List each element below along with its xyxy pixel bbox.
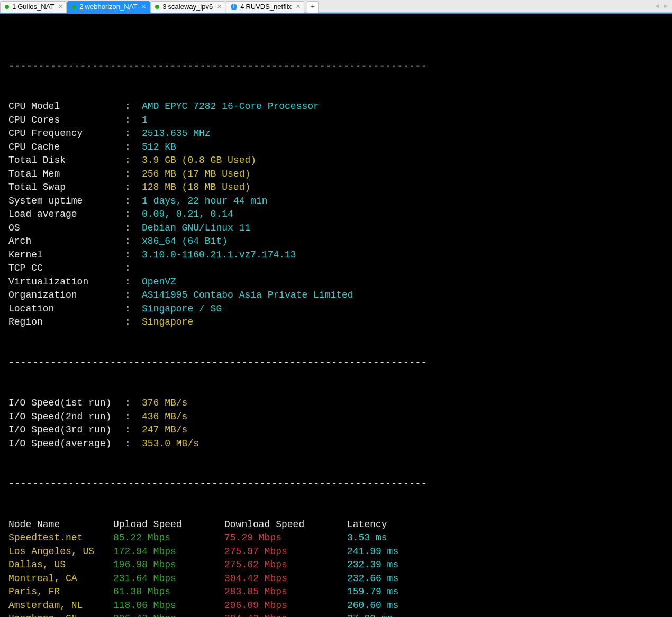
speed-row: Hongkong, CN296.43 Mbps384.43 Mbps37.09 … [8, 612, 665, 617]
colon: : [125, 397, 142, 410]
tab-label: webhorizon_NAT [85, 0, 138, 14]
download-speed: 283.85 Mbps [224, 585, 347, 599]
speed-row: Node NameUpload SpeedDownload SpeedLaten… [8, 518, 665, 532]
info-value: 1 [142, 114, 665, 127]
colon: : [125, 423, 142, 437]
info-row: I/O Speed(1st run): 376 MB/s [8, 397, 665, 410]
close-icon[interactable]: ✕ [217, 0, 222, 14]
colon: : [125, 235, 142, 248]
info-value: AS141995 Contabo Asia Private Limited [142, 289, 665, 302]
latency: 37.09 ms [347, 612, 665, 617]
download-speed: 75.29 Mbps [224, 531, 347, 545]
tab-number: 2 [79, 0, 83, 14]
info-row: CPU Cache: 512 KB [8, 141, 665, 154]
tab-number: 1 [12, 0, 16, 14]
tab-nav-right-icon[interactable]: ► [663, 0, 669, 13]
colon: : [125, 302, 142, 316]
terminal-output[interactable]: ----------------------------------------… [0, 14, 672, 617]
colon: : [125, 168, 142, 181]
tab-nav-left-icon[interactable]: ◄ [654, 0, 660, 13]
colon: : [125, 100, 142, 114]
info-row: Total Swap: 128 MB (18 MB Used) [8, 181, 665, 195]
speed-row: Speedtest.net85.22 Mbps75.29 Mbps3.53 ms [8, 531, 665, 545]
info-value: 247 MB/s [142, 423, 665, 437]
colon: : [125, 275, 142, 289]
info-row: Location: Singapore / SG [8, 302, 665, 316]
info-value: OpenVZ [142, 275, 665, 289]
status-dot-icon [155, 5, 159, 9]
info-row: Load average: 0.09, 0.21, 0.14 [8, 208, 665, 222]
tab-number: 3 [162, 0, 166, 14]
upload-speed: 231.64 Mbps [113, 572, 224, 586]
colon: : [125, 262, 142, 275]
info-value: 0.09, 0.21, 0.14 [142, 208, 665, 222]
tab-Gullos_NAT[interactable]: 1Gullos_NAT✕ [0, 1, 67, 13]
info-row: CPU Frequency: 2513.635 MHz [8, 127, 665, 141]
download-speed: 275.62 Mbps [224, 558, 347, 572]
colon: : [125, 181, 142, 195]
colon: : [125, 248, 142, 262]
close-icon[interactable]: ✕ [141, 0, 146, 14]
close-icon[interactable]: ✕ [296, 0, 301, 14]
tab-scaleway_ipv6[interactable]: 3scaleway_ipv6✕ [150, 1, 225, 13]
tab-RUVDS_netflix[interactable]: i4RUVDS_netflix✕ [226, 1, 304, 13]
tab-webhorizon_NAT[interactable]: 2webhorizon_NAT✕ [67, 1, 150, 13]
status-dot-icon [72, 5, 76, 9]
download-speed: Download Speed [224, 518, 347, 532]
info-label: Kernel [8, 248, 125, 262]
info-label: I/O Speed(3rd run) [8, 423, 125, 437]
info-label: Total Mem [8, 168, 125, 181]
status-dot-icon [5, 5, 9, 9]
info-value: Debian GNU/Linux 11 [142, 222, 665, 235]
info-row: Organization: AS141995 Contabo Asia Priv… [8, 289, 665, 302]
info-row: Region: Singapore [8, 316, 665, 329]
info-label: Load average [8, 208, 125, 222]
tab-number: 4 [240, 0, 244, 14]
info-row: Arch: x86_64 (64 Bit) [8, 235, 665, 248]
info-row: TCP CC: [8, 262, 665, 275]
info-value [142, 262, 665, 275]
info-label: TCP CC [8, 262, 125, 275]
download-speed: 384.43 Mbps [224, 612, 347, 617]
latency: 232.39 ms [347, 558, 665, 572]
info-label: Organization [8, 289, 125, 302]
latency: 232.66 ms [347, 572, 665, 586]
info-row: Total Disk: 3.9 GB (0.8 GB Used) [8, 154, 665, 168]
info-row: I/O Speed(average): 353.0 MB/s [8, 437, 665, 451]
upload-speed: 172.94 Mbps [113, 545, 224, 559]
colon: : [125, 208, 142, 222]
colon: : [125, 410, 142, 424]
info-value: 256 MB (17 MB Used) [142, 168, 665, 181]
info-row: CPU Cores: 1 [8, 114, 665, 127]
info-row: CPU Model: AMD EPYC 7282 16-Core Process… [8, 100, 665, 114]
latency: 260.60 ms [347, 599, 665, 613]
info-row: I/O Speed(2nd run): 436 MB/s [8, 410, 665, 424]
node-name: Montreal, CA [8, 572, 113, 586]
info-value: 128 MB (18 MB Used) [142, 181, 665, 195]
info-label: Total Disk [8, 154, 125, 168]
node-name: Paris, FR [8, 585, 113, 599]
info-label: CPU Cache [8, 141, 125, 154]
info-label: Region [8, 316, 125, 329]
upload-speed: Upload Speed [113, 518, 224, 532]
speed-row: Paris, FR61.38 Mbps283.85 Mbps159.79 ms [8, 585, 665, 599]
colon: : [125, 289, 142, 302]
latency: Latency [347, 518, 665, 532]
tab-label: scaleway_ipv6 [168, 0, 213, 14]
info-label: I/O Speed(average) [8, 437, 125, 451]
info-label: CPU Cores [8, 114, 125, 127]
node-name: Node Name [8, 518, 113, 532]
tab-label: RUVDS_netflix [246, 0, 292, 14]
close-icon[interactable]: ✕ [58, 0, 63, 14]
info-label: Total Swap [8, 181, 125, 195]
info-value: 3.9 GB (0.8 GB Used) [142, 154, 665, 168]
info-value: 353.0 MB/s [142, 437, 665, 451]
download-speed: 296.09 Mbps [224, 599, 347, 613]
speed-row: Amsterdam, NL118.06 Mbps296.09 Mbps260.6… [8, 599, 665, 613]
info-label: Location [8, 302, 125, 316]
latency: 3.53 ms [347, 531, 665, 545]
info-row: System uptime: 1 days, 22 hour 44 min [8, 195, 665, 208]
download-speed: 304.42 Mbps [224, 572, 347, 586]
info-row: OS: Debian GNU/Linux 11 [8, 222, 665, 235]
new-tab-button[interactable]: + [307, 1, 319, 13]
